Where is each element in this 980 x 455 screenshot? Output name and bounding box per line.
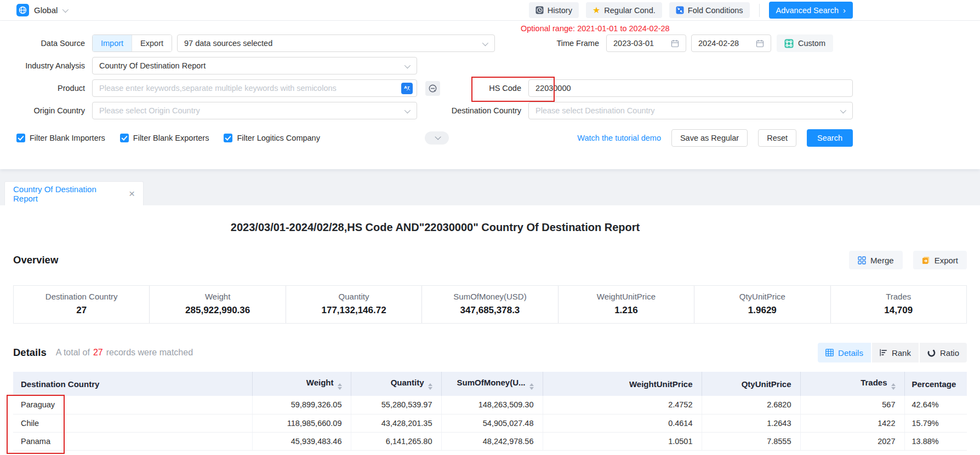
column-header[interactable]: Trades: [800, 372, 904, 396]
rank-bars-icon: [880, 349, 887, 356]
checkbox-label: Filter Blank Exporters: [133, 134, 209, 142]
table-row[interactable]: Panama45,939,483.466,141,265.8048,242,97…: [13, 432, 967, 450]
overview-stat-label: QtyUnitPrice: [694, 292, 830, 301]
hs-code-label: HS Code: [440, 84, 521, 93]
overview-stat: Quantity177,132,146.72: [286, 286, 421, 323]
tab-country-of-destination-report[interactable]: Country Of Destination Report ×: [4, 181, 144, 205]
table-cell: Paraguay: [13, 396, 252, 414]
checkbox-checked-icon[interactable]: [16, 134, 25, 142]
tutorial-demo-link[interactable]: Watch the tutorial demo: [577, 134, 661, 142]
overview-stat-label: Quantity: [286, 292, 421, 301]
advanced-search-button[interactable]: Advanced Search ›: [769, 2, 853, 19]
optional-range-hint: Optional range: 2021-01-01 to 2024-02-28: [521, 24, 853, 34]
top-bar-actions: History ★ Regular Cond. Fold Conditions …: [529, 2, 853, 19]
table-grid-icon: [825, 349, 834, 356]
save-as-regular-button[interactable]: Save as Regular: [671, 129, 748, 147]
column-header[interactable]: SumOfMoney(U...: [441, 372, 543, 396]
filter-checkbox[interactable]: Filter Logitics Company: [224, 134, 320, 142]
table-row[interactable]: Paraguay59,899,326.0555,280,539.97148,26…: [13, 396, 967, 414]
column-header: QtyUnitPrice: [702, 372, 800, 396]
product-label: Product: [0, 84, 85, 93]
reset-button[interactable]: Reset: [758, 129, 796, 147]
export-button[interactable]: Export: [913, 251, 967, 269]
sort-icon[interactable]: [428, 383, 432, 390]
report-title: 2023/03/01-2024/02/28,HS Code AND"220300…: [13, 205, 857, 234]
table-cell: 567: [800, 396, 904, 414]
column-header: Percentage: [904, 372, 967, 396]
search-button[interactable]: Search: [807, 129, 853, 147]
industry-analysis-label: Industry Analysis: [0, 61, 85, 70]
merge-icon: [858, 256, 866, 264]
view-rank-button[interactable]: Rank: [872, 343, 919, 362]
column-header-label: Quantity: [391, 378, 424, 387]
overview-header: Overview Merge Export: [13, 251, 967, 269]
hs-code-input[interactable]: [535, 84, 846, 93]
history-button[interactable]: History: [529, 2, 579, 18]
checkbox-checked-icon[interactable]: [120, 134, 129, 142]
column-header-label: WeightUnitPrice: [629, 379, 693, 389]
history-icon: [535, 6, 544, 14]
history-label: History: [548, 6, 572, 15]
sort-icon[interactable]: [338, 383, 342, 390]
origin-country-select[interactable]: Please select Origin Country: [92, 102, 417, 119]
import-toggle[interactable]: Import: [93, 35, 132, 51]
regular-cond-button[interactable]: ★ Regular Cond.: [586, 2, 662, 18]
chevron-down-icon: [435, 134, 441, 140]
overview-stat-label: Weight: [150, 292, 285, 301]
export-toggle[interactable]: Export: [132, 35, 172, 51]
region-selector[interactable]: Global: [16, 4, 67, 16]
chevron-down-icon: [482, 40, 488, 46]
origin-country-placeholder: Please select Origin Country: [99, 106, 200, 115]
industry-analysis-select[interactable]: Country Of Destination Report: [92, 57, 417, 74]
table-cell: 6,141,265.80: [351, 432, 441, 450]
filter-checkbox[interactable]: Filter Blank Exporters: [120, 134, 209, 142]
collapse-filters-button[interactable]: [425, 131, 449, 145]
view-ratio-button[interactable]: Ratio: [920, 343, 967, 362]
column-header: WeightUnitPrice: [543, 372, 702, 396]
view-switch: Details Rank Ratio: [818, 343, 967, 362]
destination-country-select[interactable]: Please select Destination Country: [528, 102, 853, 119]
custom-range-button[interactable]: Custom: [777, 34, 833, 52]
table-cell: 42.64%: [904, 396, 967, 414]
data-sources-select[interactable]: 97 data sources selected: [177, 34, 495, 52]
view-details-button[interactable]: Details: [818, 343, 871, 362]
close-tab-icon[interactable]: ×: [129, 188, 135, 199]
hs-code-input-wrap: [528, 79, 853, 97]
merge-button[interactable]: Merge: [849, 251, 903, 269]
date-to-input[interactable]: 2024-02-28: [691, 34, 771, 52]
column-header: Destination Country: [13, 372, 252, 396]
sort-icon[interactable]: [529, 383, 534, 390]
table-cell: 7.8555: [702, 432, 800, 450]
filter-panel: Optional range: 2021-01-01 to 2024-02-28…: [0, 21, 980, 169]
sort-icon[interactable]: [891, 383, 896, 390]
sort-desc-icon: [529, 387, 534, 390]
product-keywords-input[interactable]: [99, 84, 410, 93]
sort-asc-icon: [338, 383, 342, 386]
fold-conditions-button[interactable]: Fold Conditions: [669, 2, 750, 18]
details-table: Destination CountryWeightQuantitySumOfMo…: [13, 372, 967, 451]
table-cell: 54,905,027.48: [441, 414, 543, 432]
column-header[interactable]: Quantity: [351, 372, 441, 396]
overview-stats-bar: Destination Country27Weight285,922,990.3…: [13, 285, 967, 324]
checkbox-checked-icon[interactable]: [224, 134, 232, 142]
date-from-input[interactable]: 2023-03-01: [606, 34, 686, 52]
table-cell: 1422: [800, 414, 904, 432]
overview-stat-value: 347,685,378.3: [422, 305, 557, 316]
filter-checkbox[interactable]: Filter Blank Importers: [16, 134, 105, 142]
column-header-label: QtyUnitPrice: [742, 379, 791, 389]
column-header[interactable]: Weight: [252, 372, 351, 396]
circle-filter-icon[interactable]: [425, 81, 440, 96]
table-cell: 2027: [800, 432, 904, 450]
table-cell: 13.88%: [904, 432, 967, 450]
table-cell: Chile: [13, 414, 252, 432]
overview-actions: Merge Export: [849, 251, 967, 269]
translate-icon[interactable]: A: [401, 83, 413, 94]
origin-country-label: Origin Country: [0, 106, 85, 115]
chevron-down-icon: [404, 62, 411, 68]
table-cell: 2.4752: [543, 396, 702, 414]
table-row[interactable]: Chile118,985,660.0943,428,201.3554,905,0…: [13, 414, 967, 432]
industry-row: Industry Analysis Country Of Destination…: [0, 57, 853, 74]
chevron-down-icon: [840, 107, 846, 113]
top-bar: Global History ★ Regular Cond. Fold Cond…: [0, 0, 980, 21]
import-export-toggle: Import Export: [92, 34, 172, 52]
